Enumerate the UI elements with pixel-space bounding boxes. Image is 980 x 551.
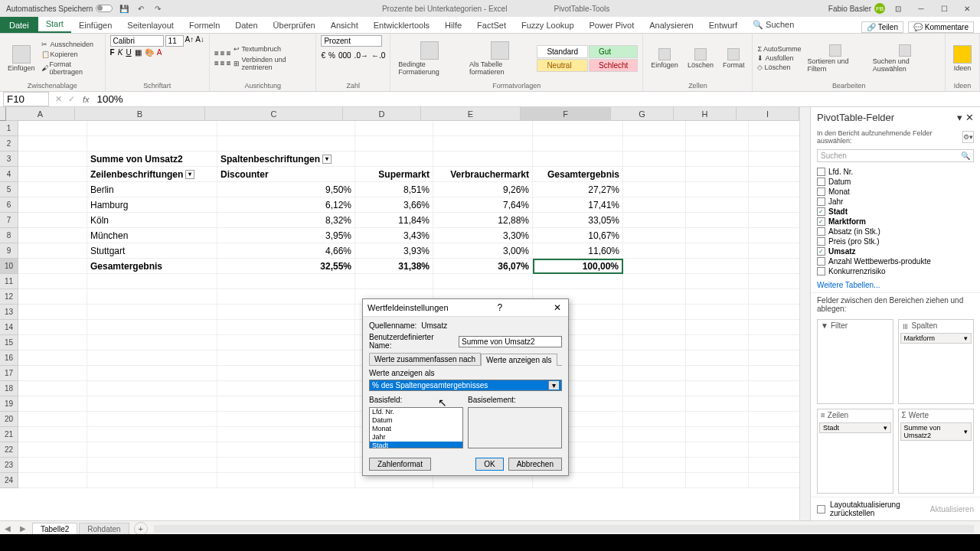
field-item[interactable]: ✓Marktform — [817, 217, 974, 227]
pane-options-icon[interactable]: ▾ — [957, 112, 962, 123]
tab-insert[interactable]: Einfügen — [71, 18, 119, 33]
select-all-corner[interactable] — [0, 107, 6, 121]
percent-icon[interactable]: % — [328, 51, 335, 60]
show-values-as-combo[interactable]: % des Spaltengesamtergebnisses▾ — [369, 380, 562, 391]
merge-center[interactable]: ⊞ Verbinden und zentrieren — [234, 55, 311, 72]
tab-start[interactable]: Start — [38, 16, 71, 33]
shrink-font-icon[interactable]: A↓ — [195, 35, 204, 47]
sheet-tab-active[interactable]: Tabelle2 — [32, 523, 77, 535]
clear[interactable]: ◇ Löschen — [757, 63, 801, 72]
row-header[interactable]: 17 — [0, 366, 18, 381]
field-item[interactable]: Preis (pro Stk.) — [817, 236, 974, 246]
align-right-icon[interactable]: ≡ — [227, 59, 231, 67]
row-header[interactable]: 12 — [0, 289, 18, 305]
underline-button[interactable]: U — [126, 48, 131, 57]
format-painter[interactable]: 🖌Format übertragen — [41, 60, 100, 77]
row-header[interactable]: 8 — [0, 228, 18, 243]
base-field-list[interactable]: Lfd. Nr.DatumMonatJahrStadtMarktform — [369, 407, 463, 448]
row-header[interactable]: 4 — [0, 167, 18, 182]
dialog-close-icon[interactable]: ✕ — [551, 302, 564, 314]
font-select[interactable]: Calibri — [110, 35, 164, 47]
field-item[interactable]: Monat — [817, 187, 974, 197]
gear-icon[interactable]: ⚙▾ — [962, 131, 974, 143]
fill[interactable]: ⬇ Ausfüllen — [757, 54, 801, 63]
col-header[interactable]: I — [737, 107, 799, 121]
row-header[interactable]: 18 — [0, 381, 18, 396]
col-header[interactable]: G — [611, 107, 674, 121]
field-item[interactable]: Jahr — [817, 197, 974, 207]
insert-cells[interactable]: Einfügen — [648, 47, 681, 70]
row-header[interactable]: 23 — [0, 458, 18, 473]
ribbon-options-icon[interactable]: ⊡ — [888, 2, 908, 15]
font-color-icon[interactable]: A — [157, 48, 162, 57]
sort-filter[interactable]: Sortieren und Filtern — [805, 43, 867, 74]
add-sheet-button[interactable]: + — [134, 522, 148, 536]
col-header[interactable]: F — [521, 107, 611, 121]
row-header[interactable]: 20 — [0, 412, 18, 427]
row-header[interactable]: 11 — [0, 274, 18, 289]
style-good[interactable]: Gut — [589, 45, 638, 58]
row-header[interactable]: 16 — [0, 350, 18, 366]
filter-area[interactable]: ▼Filter — [817, 319, 893, 404]
row-header[interactable]: 19 — [0, 396, 18, 412]
bold-button[interactable]: F — [110, 48, 115, 57]
redo-icon[interactable]: ↷ — [152, 3, 163, 14]
tab-data[interactable]: Daten — [227, 18, 265, 33]
row-header[interactable]: 14 — [0, 320, 18, 335]
col-header[interactable]: B — [75, 107, 205, 121]
tab-layout[interactable]: Seitenlayout — [119, 18, 181, 33]
field-search[interactable]: Suchen 🔍 — [817, 149, 974, 162]
cancel-button[interactable]: Abbrechen — [508, 458, 562, 471]
sheet-tab[interactable]: Rohdaten — [79, 523, 129, 535]
format-as-table[interactable]: Als Tabelle formatieren — [466, 40, 534, 77]
dialog-tab-summarize[interactable]: Werte zusammenfassen nach — [369, 353, 481, 365]
file-tab[interactable]: Datei — [0, 17, 38, 33]
inc-decimal-icon[interactable]: .0→ — [354, 51, 368, 60]
maximize-icon[interactable]: ☐ — [934, 2, 954, 15]
row-header[interactable]: 3 — [0, 152, 18, 167]
cancel-formula-icon[interactable]: ✕ — [52, 94, 65, 104]
row-header[interactable]: 6 — [0, 197, 18, 213]
rows-area[interactable]: ≡Zeilen Stadt▾ — [817, 409, 893, 494]
autosum[interactable]: Σ AutoSumme — [757, 44, 801, 54]
number-format[interactable]: Prozent — [321, 35, 382, 47]
ideas-button[interactable]: Ideen — [950, 44, 975, 73]
tab-view[interactable]: Ansicht — [323, 18, 366, 33]
field-item[interactable]: Datum — [817, 177, 974, 187]
more-tables-link[interactable]: Weitere Tabellen... — [811, 278, 980, 292]
name-box[interactable] — [3, 92, 49, 106]
tab-powerpivot[interactable]: Power Pivot — [582, 18, 642, 33]
row-header[interactable]: 2 — [0, 136, 18, 152]
comments-button[interactable]: 💬 Kommentare — [908, 21, 974, 33]
row-header[interactable]: 24 — [0, 473, 18, 488]
row-header[interactable]: 13 — [0, 305, 18, 320]
format-cells[interactable]: Format — [720, 47, 748, 70]
conditional-formatting[interactable]: Bedingte Formatierung — [395, 40, 463, 77]
save-icon[interactable]: 💾 — [119, 3, 129, 14]
enter-formula-icon[interactable]: ✓ — [65, 94, 78, 104]
col-header[interactable]: D — [343, 107, 421, 121]
field-item[interactable]: ✓Umsatz — [817, 246, 974, 256]
delete-cells[interactable]: Löschen — [684, 47, 717, 70]
sheet-nav-prev-icon[interactable]: ◀ — [0, 524, 15, 533]
row-header[interactable]: 9 — [0, 243, 18, 259]
align-bot-icon[interactable]: ≡ — [227, 49, 231, 57]
font-size[interactable]: 11 — [165, 35, 184, 47]
align-top-icon[interactable]: ≡ — [214, 49, 219, 57]
pane-close-icon[interactable]: ✕ — [965, 112, 974, 123]
field-item[interactable]: Lfd. Nr. — [817, 167, 974, 177]
values-area[interactable]: ΣWerte Summe von Umsatz2▾ — [898, 409, 975, 494]
row-header[interactable]: 1 — [0, 121, 18, 136]
tab-fuzzy[interactable]: Fuzzy Lookup — [514, 18, 581, 33]
find-select[interactable]: Suchen und Auswählen — [870, 43, 940, 74]
col-header[interactable]: A — [6, 107, 75, 121]
custom-name-input[interactable] — [459, 336, 562, 347]
dialog-help-icon[interactable]: ? — [494, 302, 506, 314]
row-header[interactable]: 7 — [0, 213, 18, 228]
comma-icon[interactable]: 000 — [338, 51, 351, 60]
tab-help[interactable]: Hilfe — [437, 18, 469, 33]
row-header[interactable]: 22 — [0, 442, 18, 458]
col-header[interactable]: E — [421, 107, 521, 121]
user-avatar[interactable]: FB — [874, 3, 885, 14]
tab-formulas[interactable]: Formeln — [181, 18, 227, 33]
